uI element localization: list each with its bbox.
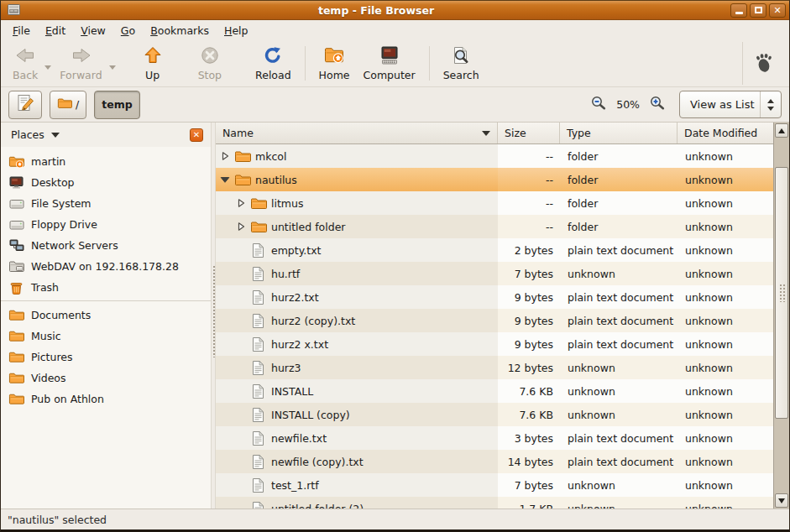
- table-row-hurz2-copy-txt[interactable]: hurz2 (copy).txt9 bytesplain text docume…: [216, 309, 773, 332]
- back-history-dropdown[interactable]: [44, 42, 53, 85]
- table-row-hurz2-x-txt[interactable]: hurz2 x.txt9 bytesplain text documentunk…: [216, 332, 773, 356]
- sidebar-item-label: Videos: [31, 372, 66, 384]
- folder-icon: [8, 330, 24, 342]
- sidebar-item-pictures[interactable]: Pictures: [1, 347, 211, 368]
- table-row-test-1-rtf[interactable]: test_1.rtf7 bytesunknownunknown: [216, 473, 773, 497]
- table-row-hurz2-txt[interactable]: hurz2.txt9 bytesplain text documentunkno…: [216, 285, 773, 309]
- menu-view[interactable]: View: [73, 22, 113, 39]
- table-row-newfile-copy-txt[interactable]: newfile (copy).txt14 bytesplain text doc…: [216, 450, 773, 473]
- menu-file[interactable]: File: [5, 22, 38, 39]
- sidebar-item-floppy-drive[interactable]: Floppy Drive: [1, 214, 211, 235]
- table-row-newfile-txt[interactable]: newfile.txt3 bytesplain text documentunk…: [216, 426, 773, 450]
- sidebar-item-webdav-on-192-168-178-28[interactable]: WebDAV on 192.168.178.28: [1, 256, 211, 277]
- computer-button[interactable]: Computer: [357, 42, 422, 85]
- table-row-install-copy[interactable]: INSTALL (copy)7.6 KBunknownunknown: [216, 403, 773, 426]
- menu-help[interactable]: Help: [217, 22, 256, 39]
- combo-arrows: [760, 91, 781, 117]
- sidebar-item-file-system[interactable]: File System: [1, 193, 211, 214]
- network-servers-icon: [8, 239, 24, 252]
- file-type: unknown: [560, 409, 678, 421]
- zoom-out-button[interactable]: [591, 96, 606, 113]
- sidebar-item-pub-on-athlon[interactable]: Pub on Athlon: [1, 389, 211, 409]
- text-file-icon: [249, 360, 267, 376]
- text-file-icon: [249, 407, 267, 423]
- maximize-button[interactable]: [750, 3, 766, 18]
- home-button[interactable]: Home: [312, 42, 357, 85]
- forward-button[interactable]: Forward: [53, 42, 108, 85]
- column-header-size[interactable]: Size: [498, 123, 560, 143]
- file-name: INSTALL (copy): [269, 409, 350, 421]
- table-row-hurz3[interactable]: hurz312 bytesunknownunknown: [216, 356, 773, 379]
- file-type: folder: [560, 174, 678, 186]
- sidebar-item-network-servers[interactable]: Network Servers: [1, 235, 211, 256]
- table-row-nautilus[interactable]: nautilus--folderunknown: [216, 168, 773, 191]
- menu-edit[interactable]: Edit: [38, 22, 73, 39]
- expander-collapsed-icon[interactable]: [236, 198, 246, 208]
- menu-go[interactable]: Go: [113, 22, 143, 39]
- edit-location-button[interactable]: [8, 91, 42, 119]
- scrollbar-thumb[interactable]: [775, 167, 788, 419]
- table-row-mkcol[interactable]: mkcol--folderunknown: [216, 144, 773, 168]
- text-file-icon: [252, 313, 264, 329]
- expander-expanded-icon[interactable]: [220, 175, 230, 185]
- file-size: 9 bytes: [498, 338, 560, 351]
- menu-bookmarks[interactable]: Bookmarks: [143, 22, 217, 39]
- current-path-button[interactable]: temp: [94, 91, 139, 119]
- chevron-down-icon: [778, 498, 785, 503]
- sidebar-item-martin[interactable]: martin: [1, 151, 211, 172]
- sidebar-item-trash[interactable]: Trash: [1, 277, 211, 298]
- scrollbar-trough[interactable]: [774, 138, 789, 167]
- scrollbar-trough[interactable]: [774, 419, 789, 493]
- scroll-down-button[interactable]: [775, 493, 788, 508]
- chevron-down-icon[interactable]: [51, 133, 60, 138]
- titlebar[interactable]: temp - File Browser ✕: [1, 1, 789, 20]
- table-row-hu-rtf[interactable]: hu.rtf7 bytesunknownunknown: [216, 262, 773, 285]
- sidebar-item-music[interactable]: Music: [1, 326, 211, 347]
- column-header-date-modified[interactable]: Date Modified: [678, 123, 773, 143]
- table-row-install[interactable]: INSTALL7.6 KBunknownunknown: [216, 379, 773, 403]
- folder-icon: [250, 197, 267, 210]
- expander-collapsed-icon[interactable]: [236, 222, 246, 232]
- expander-collapsed-icon[interactable]: [220, 151, 230, 161]
- file-type: unknown: [560, 385, 678, 398]
- column-header-name[interactable]: Name: [216, 123, 498, 143]
- vertical-scrollbar[interactable]: [773, 123, 789, 509]
- sidebar-item-documents[interactable]: Documents: [1, 305, 211, 326]
- reload-button[interactable]: Reload: [249, 42, 298, 85]
- root-path-button[interactable]: /: [50, 91, 86, 119]
- toolbar: Back Forward Up Stop Reload Home Compute…: [1, 40, 789, 87]
- table-row-untitled-folder[interactable]: untitled folder--folderunknown: [216, 215, 773, 238]
- row-expander[interactable]: [235, 222, 247, 232]
- forward-history-dropdown[interactable]: [109, 42, 118, 85]
- row-expander[interactable]: [235, 198, 247, 208]
- row-expander[interactable]: [219, 151, 231, 161]
- sidebar-item-label: martin: [31, 155, 65, 168]
- view-mode-select[interactable]: View as List: [679, 91, 782, 118]
- column-header-type[interactable]: Type: [560, 123, 678, 143]
- file-name: hurz2.txt: [269, 291, 319, 304]
- search-button[interactable]: Search: [437, 42, 486, 85]
- sidebar-close-button[interactable]: ✕: [190, 128, 203, 142]
- table-row-litmus[interactable]: litmus--folderunknown: [216, 191, 773, 215]
- text-file-icon: [252, 407, 264, 423]
- minimize-button[interactable]: [730, 3, 747, 18]
- file-type: plain text document: [560, 338, 678, 351]
- close-icon: ✕: [773, 6, 781, 15]
- table-row-untitled-folder-2[interactable]: untitled folder (2)1.7 KBunknownunknown: [216, 497, 773, 509]
- up-button[interactable]: Up: [136, 42, 170, 85]
- close-button[interactable]: ✕: [769, 3, 786, 18]
- sidebar-item-videos[interactable]: Videos: [1, 368, 211, 389]
- file-name: INSTALL: [269, 385, 313, 398]
- table-row-empty-txt[interactable]: empty.txt2 bytesplain text documentunkno…: [216, 238, 773, 262]
- sidebar-item-desktop[interactable]: Desktop: [1, 172, 211, 193]
- text-file-icon: [249, 430, 267, 446]
- zoom-in-button[interactable]: [650, 96, 665, 113]
- back-button[interactable]: Back: [6, 42, 44, 85]
- text-file-icon: [252, 383, 264, 399]
- chevron-down-icon: [109, 65, 116, 70]
- stop-button[interactable]: Stop: [191, 42, 228, 85]
- statusbar: "nautilus" selected: [1, 509, 789, 530]
- pane-resize-handle[interactable]: [211, 123, 216, 509]
- row-expander[interactable]: [219, 175, 231, 185]
- scroll-up-button[interactable]: [775, 123, 788, 138]
